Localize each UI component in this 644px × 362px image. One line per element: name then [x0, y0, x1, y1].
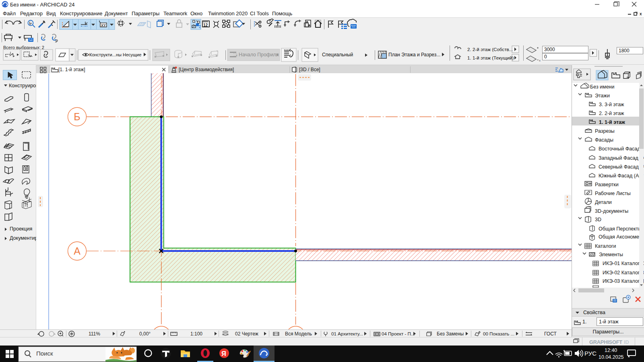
- svg-text:XY: XY: [101, 23, 106, 27]
- svg-text:x: x: [236, 53, 237, 57]
- svg-text:x: x: [539, 59, 541, 62]
- svg-text:Я: Я: [221, 350, 226, 357]
- svg-text:x: x: [640, 12, 642, 16]
- svg-text:12: 12: [203, 23, 208, 27]
- svg-text:Б: Б: [74, 111, 80, 122]
- svg-text:А: А: [74, 245, 80, 257]
